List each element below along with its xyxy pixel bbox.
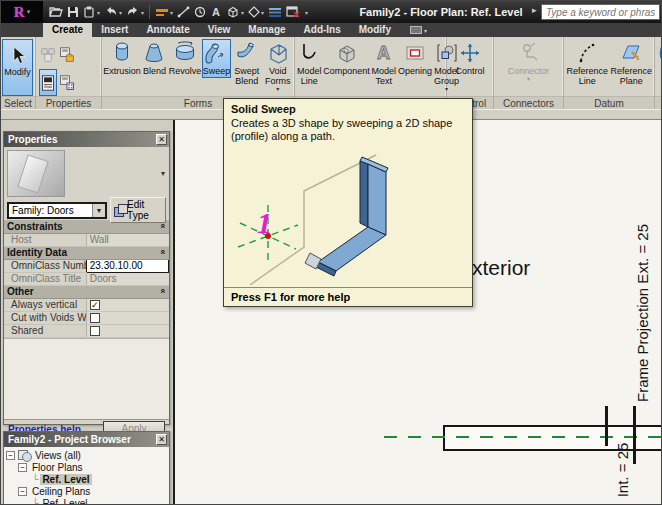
views-icon bbox=[18, 450, 31, 460]
default-3d-view-button[interactable]: ▾ bbox=[225, 3, 245, 21]
section-icon bbox=[248, 6, 260, 18]
collapse-chevron-icon[interactable]: « bbox=[158, 249, 168, 254]
tab-manage[interactable]: Manage bbox=[239, 23, 294, 37]
component-button[interactable]: Component bbox=[323, 39, 371, 78]
tooltip-title: Solid Sweep bbox=[224, 99, 472, 116]
tooltip-illustration: 1 bbox=[224, 143, 472, 293]
sweep-button[interactable]: Sweep bbox=[202, 39, 231, 78]
omniclass-title-value[interactable]: Doors bbox=[86, 272, 168, 285]
tab-annotate[interactable]: Annotate bbox=[137, 23, 198, 37]
toolbar-separator bbox=[149, 5, 150, 19]
thin-lines-button[interactable] bbox=[267, 3, 283, 21]
properties-palette-titlebar[interactable]: Properties ✕ bbox=[4, 132, 169, 147]
project-browser-titlebar[interactable]: Family2 - Project Browser ✕ bbox=[4, 432, 169, 447]
undo-button[interactable]: ▾ bbox=[103, 3, 123, 21]
tab-view[interactable]: View bbox=[199, 23, 240, 37]
tab-addins[interactable]: Add-Ins bbox=[295, 23, 350, 37]
redo-button[interactable]: ▾ bbox=[125, 3, 145, 21]
frame-jamb-line[interactable] bbox=[605, 406, 608, 446]
property-row-shared: Shared bbox=[4, 324, 169, 337]
close-window-icon bbox=[286, 6, 300, 18]
omniclass-number-field[interactable]: 23.30.10.00 bbox=[86, 259, 168, 272]
workplane-partial-button[interactable] bbox=[656, 39, 662, 68]
opening-button[interactable]: Opening bbox=[397, 39, 433, 78]
tree-node-floor-plans[interactable]: − Floor Plans bbox=[6, 461, 169, 473]
collapse-box-icon[interactable]: − bbox=[18, 463, 27, 472]
save-button[interactable] bbox=[66, 3, 80, 21]
model-line-button[interactable]: Model Line bbox=[296, 39, 323, 88]
close-hidden-windows-button[interactable] bbox=[285, 3, 301, 21]
close-icon[interactable]: ✕ bbox=[156, 134, 167, 145]
properties-palette-button[interactable] bbox=[39, 69, 57, 96]
tab-modify[interactable]: Modify bbox=[350, 23, 400, 37]
edit-type-button[interactable]: Edit Type bbox=[110, 197, 166, 223]
family-category-icon bbox=[40, 45, 56, 65]
reference-plane-button[interactable]: Reference Plane bbox=[609, 39, 653, 88]
group-header-identity[interactable]: Identity Data« bbox=[4, 246, 169, 259]
revolve-button[interactable]: Revolve bbox=[168, 39, 202, 78]
close-icon[interactable]: ✕ bbox=[156, 434, 167, 445]
tree-node-ceiling-plans[interactable]: − Ceiling Plans bbox=[6, 485, 169, 497]
host-value[interactable]: Wall bbox=[86, 233, 168, 246]
ribbon-state-toggle[interactable]: ▾ bbox=[410, 23, 427, 37]
text-button[interactable]: A bbox=[209, 3, 223, 21]
swept-blend-icon bbox=[236, 41, 258, 65]
collapse-chevron-icon[interactable]: « bbox=[158, 223, 168, 228]
property-row-omniclass-title: OmniClass Title Doors bbox=[4, 272, 169, 285]
tree-node-ref-level-floor[interactable]: └ Ref. Level bbox=[6, 473, 169, 485]
family-category-button[interactable] bbox=[39, 41, 57, 68]
family-types-button[interactable] bbox=[58, 41, 76, 68]
void-forms-button[interactable]: Void Forms ▾ bbox=[262, 39, 293, 94]
aligned-dimension-button[interactable] bbox=[176, 3, 191, 21]
reference-line-button[interactable]: Reference Line bbox=[565, 39, 609, 88]
shared-checkbox[interactable] bbox=[90, 326, 100, 336]
open-button[interactable] bbox=[48, 3, 64, 21]
tree-node-views[interactable]: − Views (all) bbox=[6, 449, 169, 461]
edit-type-icon bbox=[114, 204, 124, 216]
panel-label-datum[interactable]: Datum bbox=[564, 96, 654, 109]
section-button[interactable]: ▾ bbox=[247, 3, 265, 21]
swept-blend-button[interactable]: Swept Blend bbox=[231, 39, 263, 88]
extrusion-button[interactable]: Extrusion bbox=[103, 39, 141, 78]
tab-create[interactable]: Create bbox=[43, 23, 92, 37]
tag-button[interactable] bbox=[193, 3, 207, 21]
tab-insert[interactable]: Insert bbox=[92, 23, 137, 37]
help-search-input[interactable] bbox=[541, 4, 660, 20]
panel-label-connectors[interactable]: Connectors bbox=[494, 96, 563, 109]
type-selector-dropdown[interactable]: Family: Doors ▼ bbox=[7, 202, 107, 219]
group-header-other[interactable]: Other« bbox=[4, 285, 169, 298]
frame-projection-annotation[interactable]: Frame Projection Ext. = 25 bbox=[635, 194, 651, 432]
model-text-button[interactable]: A Model Text bbox=[371, 39, 398, 88]
undo-icon bbox=[104, 6, 118, 18]
svg-text:A: A bbox=[212, 6, 220, 18]
panel-datum: Reference Line Reference Plane Datum bbox=[564, 37, 655, 109]
cut-with-voids-checkbox[interactable] bbox=[90, 313, 100, 323]
paste-button[interactable]: ▾ bbox=[82, 3, 101, 21]
always-vertical-checkbox[interactable]: ✓ bbox=[90, 300, 100, 310]
tree-node-ref-level-ceiling[interactable]: └ Ref. Level bbox=[6, 497, 169, 505]
sweep-icon bbox=[205, 41, 227, 65]
void-forms-dropdown-icon[interactable]: ▾ bbox=[276, 86, 279, 92]
type-properties-button[interactable] bbox=[58, 69, 76, 96]
family-types-icon bbox=[59, 45, 75, 65]
collapse-chevron-icon[interactable]: « bbox=[158, 288, 168, 293]
int-annotation[interactable]: Int. = 25 bbox=[615, 431, 631, 505]
dropdown-arrow-icon[interactable]: ▼ bbox=[92, 204, 105, 217]
panel-label-properties[interactable]: Properties bbox=[36, 96, 101, 109]
properties-empty-area bbox=[4, 338, 169, 419]
collapse-box-icon[interactable]: − bbox=[6, 451, 15, 460]
chevron-down-icon[interactable]: ▾ bbox=[161, 169, 165, 178]
modify-button[interactable]: Modify bbox=[2, 39, 33, 96]
control-icon bbox=[459, 41, 481, 65]
control-button[interactable]: Control bbox=[450, 39, 490, 78]
chevron-down-icon: ▾ bbox=[27, 8, 31, 16]
panel-label-select[interactable]: Select bbox=[1, 96, 35, 109]
collapse-box-icon[interactable]: − bbox=[18, 487, 27, 496]
type-preview-area: ▾ bbox=[4, 147, 169, 200]
save-icon bbox=[67, 6, 79, 18]
measure-button[interactable]: ▾ bbox=[154, 3, 174, 21]
blend-button[interactable]: Blend bbox=[141, 39, 168, 78]
application-menu-button[interactable]: R ▾ bbox=[1, 1, 43, 23]
customize-qat-button[interactable]: ▾ bbox=[303, 3, 309, 21]
void-forms-icon bbox=[267, 41, 289, 65]
